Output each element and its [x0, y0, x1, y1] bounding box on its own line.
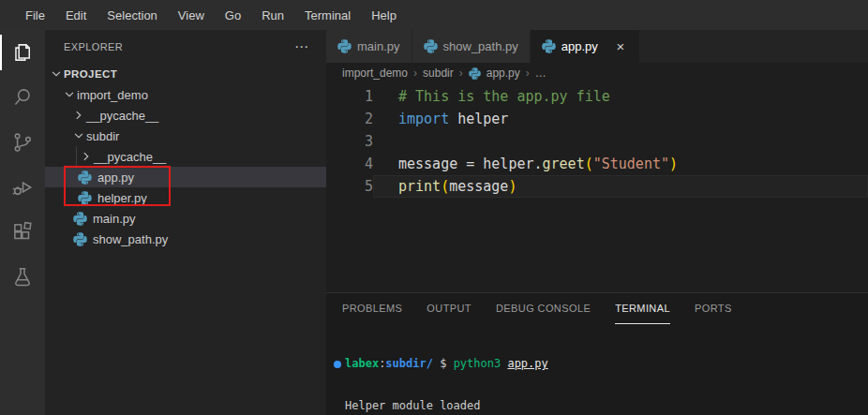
tree-item-helper-py[interactable]: helper.py — [45, 187, 326, 208]
tree-item-label: show_path.py — [93, 232, 168, 246]
tree-item-subdir[interactable]: subdir — [45, 126, 326, 146]
tree-item-label: app.py — [97, 170, 134, 185]
tree-item-app-py[interactable]: app.py — [45, 167, 326, 187]
sidebar-title: EXPLORER — [64, 41, 123, 52]
tree-item-label: import_demo — [77, 88, 148, 102]
tree-item-import_demo[interactable]: import_demo — [45, 84, 326, 105]
code-token: # This is the app.py file — [398, 88, 610, 105]
source-control-icon[interactable] — [0, 120, 45, 165]
code-token: ) — [669, 156, 678, 172]
tab-debug-console[interactable]: DEBUG CONSOLE — [496, 293, 591, 324]
menu-selection[interactable]: Selection — [97, 0, 167, 30]
tree-item-label: helper.py — [97, 191, 147, 205]
tree-item-pycache[interactable]: __pycache__ — [45, 105, 326, 126]
prompt-user: labex — [345, 357, 379, 371]
code-token: "Student" — [593, 156, 669, 172]
editor-tab-bar: main.py show_path.py app.py × — [326, 30, 868, 63]
chevron-down-icon — [71, 128, 86, 143]
code-line-2: 2 import helper — [326, 108, 868, 130]
tree-item-main-py[interactable]: main.py — [45, 208, 326, 229]
breadcrumb-subdir[interactable]: subdir — [423, 67, 454, 80]
close-icon[interactable]: × — [613, 39, 628, 53]
code-token: import — [398, 111, 449, 127]
command-decoration-icon[interactable] — [330, 361, 345, 368]
tree-item-subdir-pycache[interactable]: __pycache__ — [45, 146, 326, 167]
code-editor[interactable]: 1 # This is the app.py file 2 import hel… — [326, 83, 868, 292]
code-line-1: 1 # This is the app.py file — [326, 85, 868, 108]
python-file-icon — [78, 191, 92, 205]
more-actions-icon[interactable]: ⋯ — [294, 38, 309, 55]
code-token: helper — [449, 111, 508, 127]
tab-output[interactable]: OUTPUT — [427, 293, 471, 324]
tab-show-path-py[interactable]: show_path.py — [412, 30, 531, 63]
terminal[interactable]: labex:subdir/ $ python3 app.py Helper mo… — [326, 324, 868, 415]
code-token: ( — [441, 178, 449, 195]
testing-icon[interactable] — [0, 255, 45, 300]
breadcrumb-symbol-ellipsis[interactable]: … — [535, 67, 546, 80]
tab-main-py[interactable]: main.py — [326, 30, 412, 63]
breadcrumb-separator: › — [413, 67, 417, 80]
line-number: 2 — [326, 108, 373, 130]
tree-item-show-path-py[interactable]: show_path.py — [45, 229, 326, 249]
tab-ports[interactable]: PORTS — [695, 293, 732, 324]
chevron-down-icon — [49, 67, 64, 82]
explorer-sidebar: EXPLORER ⋯ PROJECT import_demo __pycache… — [45, 30, 326, 415]
code-line-3: 3 — [326, 130, 868, 153]
python-file-icon — [73, 212, 87, 226]
menu-view[interactable]: View — [168, 0, 215, 30]
menu-file[interactable]: File — [15, 0, 55, 30]
menu-bar: File Edit Selection View Go Run Terminal… — [0, 0, 868, 30]
line-number: 1 — [326, 85, 373, 108]
tab-problems[interactable]: PROBLEMS — [342, 293, 402, 324]
code-token: ) — [508, 178, 516, 195]
breadcrumb: import_demo › subdir › app.py › … — [326, 63, 868, 83]
tree-item-label: __pycache__ — [94, 150, 166, 164]
tree-section-project[interactable]: PROJECT — [45, 64, 326, 84]
tree-item-label: __pycache__ — [86, 109, 158, 123]
extensions-icon[interactable] — [0, 210, 45, 255]
line-number: 3 — [326, 130, 373, 153]
python-file-icon — [542, 39, 556, 53]
prompt-symbol: $ — [433, 357, 454, 371]
prompt-dir: subdir/ — [385, 357, 433, 371]
code-token: greet — [543, 156, 585, 172]
python-file-icon — [469, 67, 481, 80]
menu-edit[interactable]: Edit — [55, 0, 97, 30]
terminal-command-line: labex:subdir/ $ python3 app.py — [330, 357, 868, 371]
terminal-output-text: Helper module loaded — [345, 399, 481, 413]
code-token: message — [449, 178, 508, 195]
code-line-4: 4 message = helper.greet("Student") — [326, 153, 868, 175]
explorer-icon[interactable] — [0, 30, 45, 75]
menu-run[interactable]: Run — [251, 0, 294, 30]
terminal-command-arg: app.py — [507, 357, 547, 371]
breadcrumb-separator: › — [526, 67, 530, 80]
terminal-output-line: Helper module loaded — [330, 399, 868, 413]
section-label: PROJECT — [64, 68, 117, 80]
activity-bar — [0, 30, 45, 415]
bottom-panel: PROBLEMS OUTPUT DEBUG CONSOLE TERMINAL P… — [326, 292, 868, 415]
tree-indent-guide — [76, 146, 77, 167]
tab-terminal[interactable]: TERMINAL — [615, 293, 670, 324]
tree-item-label: subdir — [86, 129, 119, 143]
python-file-icon — [78, 170, 92, 185]
code-token: message = helper. — [398, 156, 543, 172]
terminal-command: python3 — [454, 357, 508, 371]
breadcrumb-app-py[interactable]: app.py — [486, 67, 520, 80]
menu-go[interactable]: Go — [215, 0, 251, 30]
code-token: print — [398, 178, 441, 195]
run-and-debug-icon[interactable] — [0, 165, 45, 210]
tab-label: main.py — [357, 39, 400, 53]
code-line-5: 5 print(message) — [326, 175, 868, 198]
menu-terminal[interactable]: Terminal — [294, 0, 361, 30]
breadcrumb-separator: › — [459, 67, 463, 80]
line-number: 5 — [326, 175, 373, 198]
menu-help[interactable]: Help — [361, 0, 407, 30]
tab-app-py[interactable]: app.py × — [531, 30, 640, 63]
prompt-separator: : — [379, 357, 385, 371]
python-file-icon — [337, 39, 352, 53]
breadcrumb-import_demo[interactable]: import_demo — [342, 67, 408, 80]
search-icon[interactable] — [0, 75, 45, 120]
panel-tab-bar: PROBLEMS OUTPUT DEBUG CONSOLE TERMINAL P… — [326, 293, 868, 324]
line-number: 4 — [326, 153, 373, 175]
tab-label: show_path.py — [443, 39, 518, 53]
